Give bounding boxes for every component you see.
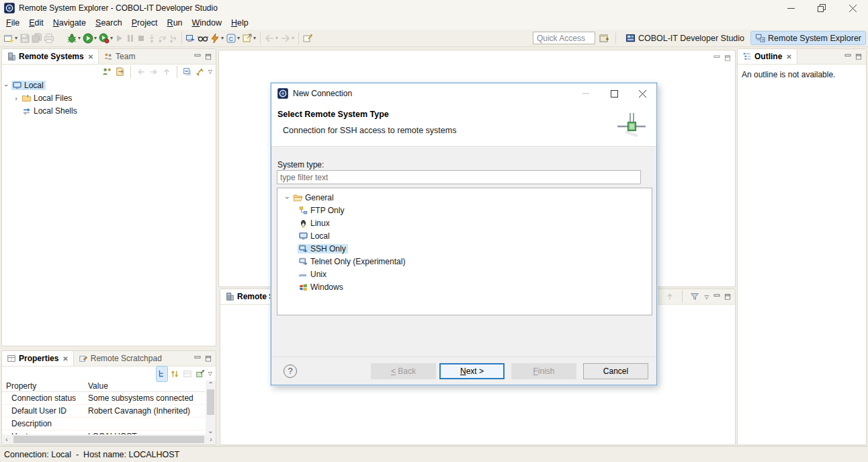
- property-row[interactable]: Default User ID Robert Cavanagh (Inherit…: [2, 405, 216, 418]
- view-forward-button[interactable]: [148, 65, 159, 79]
- minimize-button[interactable]: [775, 0, 806, 16]
- vertical-scrollbar[interactable]: ⌃ ⌄: [206, 381, 216, 434]
- remote-search-button[interactable]: [185, 31, 197, 46]
- step-over-button[interactable]: [157, 31, 168, 46]
- minimize-view-icon[interactable]: [713, 294, 720, 300]
- minimize-view-icon[interactable]: [713, 55, 720, 61]
- tree-item-unix[interactable]: unix Unix: [277, 268, 652, 280]
- horizontal-scrollbar[interactable]: ‹ ›: [2, 434, 216, 445]
- open-element-button[interactable]: ▾: [241, 31, 257, 46]
- restore-button[interactable]: [806, 0, 837, 16]
- open-perspective-button[interactable]: [598, 31, 610, 46]
- minimize-view-icon[interactable]: [844, 54, 851, 60]
- cancel-button[interactable]: Cancel: [583, 363, 648, 379]
- menu-navigate[interactable]: Navigate: [48, 17, 91, 29]
- tab-remote-scratchpad[interactable]: Remote Scratchpad: [74, 351, 167, 366]
- back-button[interactable]: ▾: [263, 31, 279, 46]
- maximize-view-icon[interactable]: [205, 356, 212, 362]
- print-button[interactable]: [43, 31, 55, 46]
- run-history-button[interactable]: ▾: [98, 31, 114, 46]
- close-tab-icon[interactable]: ✕: [87, 53, 93, 61]
- tree-item-linux[interactable]: Linux: [277, 217, 652, 229]
- menu-edit[interactable]: Edit: [24, 17, 48, 29]
- tree-item-local[interactable]: Local: [277, 229, 652, 242]
- property-row[interactable]: Connection status Some subsystems connec…: [2, 392, 216, 405]
- scroll-down-icon[interactable]: ⌄: [206, 427, 216, 434]
- run-button[interactable]: ▾: [82, 31, 98, 46]
- menu-project[interactable]: Project: [127, 17, 163, 29]
- filter-button[interactable]: [689, 289, 700, 304]
- save-button[interactable]: [19, 31, 31, 46]
- expander-icon[interactable]: ›: [11, 94, 21, 102]
- close-tab-icon[interactable]: ✕: [61, 355, 68, 362]
- help-button[interactable]: ?: [284, 364, 297, 378]
- column-header-value[interactable]: Value: [84, 381, 112, 391]
- tree-item-local[interactable]: › Local: [2, 79, 216, 91]
- maximize-view-icon[interactable]: [724, 55, 731, 61]
- close-button[interactable]: [837, 0, 868, 16]
- tree-item-general[interactable]: › General: [277, 191, 652, 204]
- terminate-button[interactable]: [136, 31, 146, 46]
- quick-access-input[interactable]: [533, 32, 595, 44]
- forward-button[interactable]: ▾: [279, 31, 296, 46]
- column-header-property[interactable]: Property: [2, 381, 84, 391]
- pin-view-button[interactable]: [195, 367, 206, 381]
- show-tree-button[interactable]: [157, 367, 167, 381]
- scroll-right-icon[interactable]: ›: [206, 436, 216, 443]
- dialog-close-button[interactable]: [628, 83, 656, 104]
- perspective-remote-system-explorer[interactable]: Remote System Explorer: [751, 32, 865, 44]
- tree-item-local-files[interactable]: › Local Files: [2, 91, 216, 104]
- menu-window[interactable]: Window: [187, 17, 226, 29]
- menu-run[interactable]: Run: [163, 17, 187, 29]
- tree-item-ftp-only[interactable]: FTP Only: [277, 204, 652, 217]
- launch-button[interactable]: ▾: [209, 31, 225, 46]
- details-up-button[interactable]: [664, 289, 675, 304]
- tree-item-local-shells[interactable]: Local Shells: [2, 104, 216, 117]
- next-button[interactable]: Next >: [439, 363, 505, 379]
- export-connection-button[interactable]: [114, 65, 126, 79]
- new-cobol-element-button[interactable]: C ▾: [225, 31, 241, 46]
- scrollbar-thumb[interactable]: [207, 389, 214, 415]
- tab-outline[interactable]: Outline ✕: [738, 49, 797, 64]
- expander-icon[interactable]: ›: [284, 193, 292, 202]
- view-back-button[interactable]: [136, 65, 146, 79]
- menu-search[interactable]: Search: [91, 17, 127, 29]
- scroll-left-icon[interactable]: ‹: [2, 436, 11, 443]
- last-edit-location-button[interactable]: [302, 31, 314, 46]
- tab-properties[interactable]: Properties ✕: [2, 351, 74, 366]
- maximize-view-icon[interactable]: [724, 294, 731, 300]
- type-filter-input[interactable]: [277, 170, 641, 184]
- maximize-view-icon[interactable]: [205, 54, 212, 60]
- new-wizard-button[interactable]: ▾: [3, 31, 19, 46]
- scrollbar-thumb[interactable]: [13, 436, 204, 443]
- sort-button[interactable]: [169, 367, 180, 381]
- collapse-all-button[interactable]: [182, 65, 193, 79]
- view-menu-icon[interactable]: ▽: [208, 69, 213, 75]
- save-all-button[interactable]: [31, 31, 43, 46]
- step-into-button[interactable]: [146, 31, 157, 46]
- tree-item-windows[interactable]: Windows: [277, 280, 652, 293]
- resume-button[interactable]: [114, 31, 125, 46]
- view-menu-icon[interactable]: ▽: [208, 371, 213, 377]
- maximize-view-icon[interactable]: [855, 54, 862, 60]
- view-up-button[interactable]: [161, 65, 172, 79]
- menu-help[interactable]: Help: [226, 17, 253, 29]
- link-with-editor-button[interactable]: [195, 65, 206, 79]
- expander-icon[interactable]: ›: [3, 81, 11, 90]
- tab-remote-systems[interactable]: Remote Systems ✕: [2, 49, 99, 64]
- dialog-maximize-button[interactable]: [600, 83, 628, 104]
- minimize-view-icon[interactable]: [194, 54, 201, 60]
- close-tab-icon[interactable]: ✕: [785, 53, 791, 61]
- property-row[interactable]: Description: [2, 418, 216, 430]
- scroll-up-icon[interactable]: ⌃: [206, 381, 216, 388]
- show-categories-button[interactable]: [182, 367, 193, 381]
- new-connection-button[interactable]: [101, 65, 112, 79]
- menu-file[interactable]: File: [1, 17, 24, 29]
- tab-team[interactable]: Team: [99, 49, 140, 64]
- tree-item-telnet-only[interactable]: Telnet Only (Experimental): [277, 255, 652, 268]
- debug-button[interactable]: ▾: [66, 31, 82, 46]
- suspend-button[interactable]: [125, 31, 136, 46]
- perspective-cobol-it-studio[interactable]: COBOL-IT Developer Studio: [621, 32, 748, 44]
- view-menu-icon[interactable]: ▽: [704, 294, 709, 300]
- watch-button[interactable]: [197, 31, 209, 46]
